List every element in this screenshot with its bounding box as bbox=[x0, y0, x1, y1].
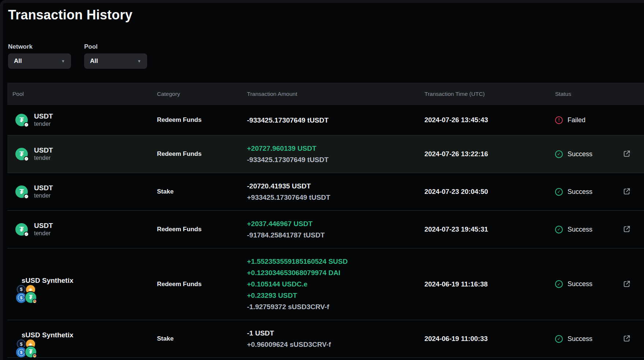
link-cell bbox=[623, 150, 632, 158]
amount-line: +0.105144 USDC.e bbox=[247, 278, 424, 290]
status-label: Success bbox=[568, 188, 592, 196]
page-title: Transaction History bbox=[8, 7, 644, 23]
network-filter: Network All ▼ bbox=[8, 43, 71, 69]
status-cell: Success bbox=[548, 280, 623, 288]
check-badge-icon: ✓ bbox=[24, 122, 29, 127]
pool-protocol: tender bbox=[34, 230, 53, 237]
column-header-category: Category bbox=[157, 91, 247, 97]
pool-filter: Pool All ▼ bbox=[84, 43, 147, 69]
pool-dropdown-value: All bbox=[90, 57, 98, 65]
transaction-row[interactable]: ₮✓ USDT tender Redeem Funds +20727.96013… bbox=[7, 135, 644, 173]
transaction-row[interactable]: ₮✓ USDT tender Redeem Funds +2037.446967… bbox=[7, 211, 644, 248]
chevron-down-icon: ▼ bbox=[61, 59, 65, 63]
external-link-icon[interactable] bbox=[623, 187, 631, 195]
status-cell: Success bbox=[548, 335, 623, 343]
time-cell: 2024-06-19 11:16:38 bbox=[424, 280, 548, 288]
transaction-row[interactable]: ₮✓ USDT tender Redeem Funds -933425.1730… bbox=[7, 105, 644, 135]
pool-cell: ₮✓ USDT tender bbox=[7, 112, 157, 128]
table-header-row: Pool Category Transaction Amount Transac… bbox=[7, 83, 644, 105]
link-cell bbox=[623, 187, 632, 196]
pool-dropdown[interactable]: All ▼ bbox=[84, 53, 147, 69]
pool-name: USDT bbox=[34, 222, 53, 230]
external-link-icon[interactable] bbox=[623, 280, 631, 288]
category-cell: Redeem Funds bbox=[157, 281, 247, 288]
time-cell: 2024-06-19 11:00:33 bbox=[424, 335, 548, 343]
amount-line: +0.123034653068079974 DAI bbox=[247, 267, 424, 278]
category-cell: Redeem Funds bbox=[157, 150, 247, 158]
external-link-icon[interactable] bbox=[623, 334, 631, 342]
amount-line: -933425.17307649 tUSDT bbox=[247, 154, 424, 165]
transaction-row[interactable]: $◈$₮ sUSD Synthetix curve Stake -1 USDT+… bbox=[7, 320, 644, 358]
amount-line: +2037.446967 USDT bbox=[247, 218, 424, 229]
pool-badge-icon bbox=[32, 353, 37, 358]
transaction-row[interactable]: $◈$₮ sUSD Synthetix curve Redeem Funds +… bbox=[7, 248, 644, 320]
pool-cell: $◈$₮ sUSD Synthetix curve bbox=[7, 277, 157, 292]
external-link-icon[interactable] bbox=[623, 150, 631, 158]
time-cell: 2024-07-26 13:45:43 bbox=[424, 116, 548, 124]
filters-bar: Network All ▼ Pool All ▼ bbox=[8, 43, 644, 69]
column-header-pool: Pool bbox=[7, 91, 157, 97]
status-cell: Failed bbox=[548, 116, 623, 124]
status-cell: Success bbox=[548, 150, 623, 158]
pool-name: USDT bbox=[34, 112, 53, 120]
pool-protocol: tender bbox=[34, 154, 53, 162]
amounts-cell: +1.552353559185160524 SUSD+0.12303465306… bbox=[247, 256, 424, 312]
amount-line: -20720.41935 USDT bbox=[247, 180, 424, 192]
amount-line: -933425.17307649 tUSDT bbox=[247, 115, 424, 126]
amounts-cell: +20727.960139 USDT-933425.17307649 tUSDT bbox=[247, 143, 424, 165]
time-cell: 2024-07-23 20:04:50 bbox=[424, 188, 548, 196]
category-cell: Redeem Funds bbox=[157, 226, 247, 233]
column-header-time: Transaction Time (UTC) bbox=[424, 91, 548, 97]
amount-line: +20727.960139 USDT bbox=[247, 143, 424, 154]
status-cell: Success bbox=[548, 188, 623, 196]
link-cell bbox=[623, 280, 632, 289]
link-cell bbox=[623, 116, 632, 124]
status-icon bbox=[555, 116, 563, 124]
category-cell: Redeem Funds bbox=[157, 116, 247, 124]
pool-name: USDT bbox=[34, 146, 53, 154]
amount-line: +933425.17307649 tUSDT bbox=[247, 192, 424, 203]
tether-coin-icon: ₮ bbox=[25, 291, 37, 304]
check-badge-icon: ✓ bbox=[24, 194, 29, 199]
category-cell: Stake bbox=[157, 188, 247, 195]
amount-line: -1 USDT bbox=[247, 327, 424, 339]
amount-line: +0.96009624 sUSD3CRV-f bbox=[247, 339, 424, 350]
pool-protocol: tender bbox=[34, 120, 53, 128]
usdt-coin-icon: ₮✓ bbox=[15, 148, 28, 160]
column-header-amount: Transaction Amount bbox=[247, 91, 424, 97]
pool-cell: ₮✓ USDT tender bbox=[7, 222, 157, 237]
status-label: Failed bbox=[568, 116, 585, 124]
pool-name: USDT bbox=[34, 184, 53, 192]
amount-line: +1.552353559185160524 SUSD bbox=[247, 256, 424, 267]
check-badge-icon: ✓ bbox=[24, 232, 29, 237]
amounts-cell: -933425.17307649 tUSDT bbox=[247, 115, 424, 126]
table-body: ₮✓ USDT tender Redeem Funds -933425.1730… bbox=[7, 105, 644, 358]
link-cell bbox=[623, 334, 632, 343]
category-cell: Stake bbox=[157, 335, 247, 342]
amount-line: -1.92759372 sUSD3CRV-f bbox=[247, 301, 424, 312]
time-cell: 2024-07-23 19:45:31 bbox=[424, 225, 548, 233]
external-link-icon[interactable] bbox=[623, 225, 631, 233]
pool-protocol: tender bbox=[34, 192, 53, 199]
pool-name: sUSD Synthetix bbox=[22, 277, 73, 285]
status-icon bbox=[555, 280, 563, 288]
pool-badge-icon bbox=[32, 299, 37, 304]
time-cell: 2024-07-26 13:22:16 bbox=[424, 150, 548, 158]
pool-name: sUSD Synthetix bbox=[22, 331, 73, 339]
network-dropdown-value: All bbox=[14, 57, 22, 65]
transactions-table: Pool Category Transaction Amount Transac… bbox=[7, 83, 644, 358]
status-label: Success bbox=[568, 226, 592, 233]
status-icon bbox=[555, 150, 563, 158]
transaction-row[interactable]: ₮✓ USDT tender Stake -20720.41935 USDT+9… bbox=[7, 173, 644, 211]
network-dropdown[interactable]: All ▼ bbox=[8, 53, 71, 69]
pool-cell: ₮✓ USDT tender bbox=[7, 146, 157, 162]
status-icon bbox=[555, 335, 563, 343]
network-filter-label: Network bbox=[8, 43, 71, 50]
status-label: Success bbox=[568, 335, 592, 343]
status-label: Success bbox=[568, 150, 592, 158]
chevron-down-icon: ▼ bbox=[137, 59, 141, 63]
amounts-cell: -1 USDT+0.96009624 sUSD3CRV-f bbox=[247, 327, 424, 350]
amounts-cell: +2037.446967 USDT-91784.25841787 tUSDT bbox=[247, 218, 424, 241]
transaction-history-page: Transaction History Network All ▼ Pool A… bbox=[0, 0, 644, 360]
usdt-coin-icon: ₮✓ bbox=[15, 114, 28, 126]
